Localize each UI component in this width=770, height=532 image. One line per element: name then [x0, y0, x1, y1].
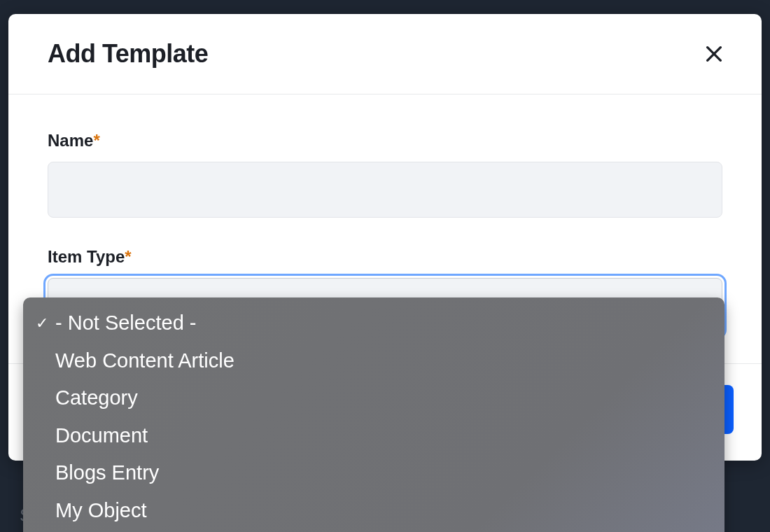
- name-input[interactable]: [48, 162, 722, 218]
- dropdown-option-web-content-article[interactable]: Web Content Article: [23, 342, 724, 380]
- name-label-text: Name: [48, 131, 93, 150]
- option-label: My Object: [55, 496, 712, 526]
- name-label: Name*: [48, 131, 722, 150]
- required-indicator: *: [93, 131, 99, 150]
- item-type-dropdown-menu: ✓ - Not Selected - Web Content Article C…: [23, 298, 724, 532]
- option-label: Document: [55, 421, 712, 451]
- dropdown-option-document[interactable]: Document: [23, 417, 724, 455]
- option-label: Blogs Entry: [55, 458, 712, 489]
- option-label: - Not Selected -: [55, 308, 712, 339]
- modal-header: Add Template: [8, 14, 762, 94]
- dropdown-option-not-selected[interactable]: ✓ - Not Selected -: [23, 304, 724, 342]
- item-type-label-text: Item Type: [48, 247, 125, 266]
- close-button[interactable]: [700, 40, 728, 68]
- modal-title: Add Template: [48, 39, 208, 69]
- dropdown-option-category[interactable]: Category: [23, 379, 724, 417]
- option-label: Web Content Article: [55, 346, 712, 377]
- required-indicator: *: [125, 247, 131, 266]
- item-type-label: Item Type*: [48, 247, 722, 267]
- check-icon: ✓: [36, 312, 55, 335]
- dropdown-option-blogs-entry[interactable]: Blogs Entry: [23, 454, 724, 492]
- option-label: Category: [55, 383, 712, 414]
- dropdown-option-my-object[interactable]: My Object: [23, 492, 724, 530]
- dropdown-option-asset[interactable]: Asset: [23, 529, 724, 532]
- close-icon: [703, 43, 725, 65]
- name-field-group: Name*: [48, 131, 722, 218]
